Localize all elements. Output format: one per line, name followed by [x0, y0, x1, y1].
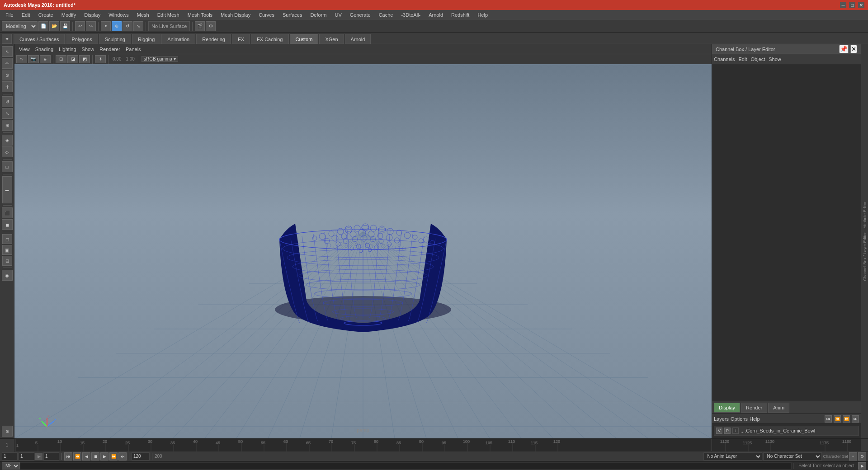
- vp-show-menu[interactable]: Show: [80, 47, 96, 52]
- vp-view-menu[interactable]: View: [17, 47, 32, 52]
- tab-rigging[interactable]: Rigging: [132, 34, 160, 44]
- script-run[interactable]: ▶: [858, 462, 866, 470]
- tab-display[interactable]: Display: [714, 403, 740, 413]
- box-tool[interactable]: □: [2, 161, 13, 172]
- rotate-tool[interactable]: ↺: [123, 21, 132, 31]
- menu-3dtool[interactable]: -3DtoAll-: [397, 11, 424, 19]
- no-live-surface-button[interactable]: No Live Surface: [148, 21, 190, 31]
- layer-item[interactable]: V P / ...:Corn_Seeds_in_Ceramic_Bowl: [714, 426, 859, 436]
- rotate-tool-left[interactable]: ↺: [2, 96, 13, 107]
- frame-current-field[interactable]: [19, 452, 34, 461]
- move-tool-left[interactable]: ✛: [2, 81, 13, 92]
- cb-object[interactable]: Object: [750, 56, 765, 62]
- menu-edit[interactable]: Edit: [18, 11, 34, 19]
- menu-windows[interactable]: Windows: [105, 11, 132, 19]
- tab-arnold[interactable]: Arnold: [345, 34, 371, 44]
- save-button[interactable]: 💾: [60, 21, 70, 31]
- scale-tool-left[interactable]: ⤡: [2, 108, 13, 119]
- layers-menu[interactable]: Layers: [714, 416, 729, 422]
- tab-custom[interactable]: Custom: [290, 34, 319, 44]
- cb-edit[interactable]: Edit: [738, 56, 747, 62]
- select-tool[interactable]: ✦: [101, 21, 111, 31]
- layer-playback[interactable]: P: [724, 428, 731, 434]
- vt-gamma[interactable]: sRGB gamma ▾: [142, 56, 178, 62]
- maximize-button[interactable]: □: [849, 2, 855, 8]
- vt-smooth[interactable]: ◪: [67, 55, 78, 63]
- lasso-tool[interactable]: ⊙: [2, 70, 13, 80]
- anim-layer-dropdown[interactable]: No Anim Layer: [703, 452, 762, 461]
- menu-mesh-tools[interactable]: Mesh Tools: [184, 11, 216, 19]
- extra1-btn[interactable]: ◻: [2, 234, 12, 244]
- close-button[interactable]: ✕: [858, 2, 864, 8]
- stop[interactable]: ⏹: [91, 452, 99, 461]
- scale-tool[interactable]: ⤡: [133, 21, 143, 31]
- tab-sculpting[interactable]: Sculpting: [99, 34, 131, 44]
- keyframe-btn[interactable]: ⬛: [2, 207, 13, 218]
- channel-box-close[interactable]: ✕: [850, 45, 857, 53]
- layer-visible[interactable]: V: [716, 428, 722, 434]
- layer-prev-key[interactable]: ⏮: [825, 415, 832, 423]
- open-button[interactable]: 📂: [49, 21, 59, 31]
- play-next-key[interactable]: ⏭: [118, 452, 127, 461]
- select-tool-left[interactable]: ↖: [2, 46, 13, 57]
- surface-tool[interactable]: ◇: [2, 146, 13, 157]
- layer-next-key[interactable]: ⏭: [852, 415, 859, 423]
- options-menu[interactable]: Options: [731, 416, 748, 422]
- vt-grid[interactable]: #: [40, 55, 51, 63]
- frame-start-field[interactable]: [2, 452, 18, 461]
- snap-maya[interactable]: ◉: [2, 270, 13, 281]
- 3d-viewport[interactable]: persp X Y Z: [14, 64, 712, 438]
- snap-tool[interactable]: ◈: [2, 135, 13, 146]
- character-set-dropdown[interactable]: No Character Set: [763, 452, 822, 461]
- menu-deform[interactable]: Deform: [307, 11, 330, 19]
- extra3-btn[interactable]: ⊟: [2, 256, 12, 266]
- script-type-selector[interactable]: MEL Python: [2, 462, 20, 470]
- tab-fx-caching[interactable]: FX Caching: [251, 34, 288, 44]
- play-back[interactable]: ◀: [82, 452, 90, 461]
- undo-button[interactable]: ↩: [75, 21, 85, 31]
- step-back[interactable]: ⏪: [73, 452, 81, 461]
- play-prev-key[interactable]: ⏮: [64, 452, 72, 461]
- playback-speed-field[interactable]: [43, 452, 59, 461]
- tab-render[interactable]: Render: [741, 403, 767, 413]
- workspace-icon[interactable]: ✦: [2, 34, 12, 44]
- cb-channels[interactable]: Channels: [714, 56, 735, 62]
- tab-anim[interactable]: Anim: [768, 403, 789, 413]
- vp-lighting-menu[interactable]: Lighting: [57, 47, 78, 52]
- menu-curves[interactable]: Curves: [255, 11, 278, 19]
- channel-box-pin[interactable]: 📌: [839, 45, 849, 53]
- tab-xgen[interactable]: XGen: [319, 34, 344, 44]
- menu-edit-mesh[interactable]: Edit Mesh: [154, 11, 183, 19]
- vt-textured[interactable]: ◩: [79, 55, 90, 63]
- menu-arnold[interactable]: Arnold: [425, 11, 447, 19]
- menu-help[interactable]: Help: [474, 11, 491, 19]
- char-set-settings[interactable]: ⚙: [858, 452, 866, 461]
- menu-mesh[interactable]: Mesh: [133, 11, 153, 19]
- menu-create[interactable]: Create: [35, 11, 57, 19]
- menu-uv[interactable]: UV: [331, 11, 345, 19]
- move-tool[interactable]: ⊕: [112, 21, 122, 31]
- script-input[interactable]: [20, 462, 792, 470]
- tab-curves-surfaces[interactable]: Curves / Surfaces: [14, 34, 65, 44]
- tab-rendering[interactable]: Rendering: [196, 34, 231, 44]
- layer-next[interactable]: ⏩: [843, 415, 850, 423]
- vt-wireframe[interactable]: ⊡: [56, 55, 66, 63]
- vt-select[interactable]: ↖: [16, 55, 27, 63]
- extra2-btn[interactable]: ▣: [2, 245, 12, 255]
- tab-polygons[interactable]: Polygons: [66, 34, 98, 44]
- channel-box-strip[interactable]: Channel Box / Layer Editor: [863, 232, 867, 281]
- bottom-icon[interactable]: ⊛: [2, 426, 13, 437]
- render-settings-btn[interactable]: ⚙: [206, 21, 216, 31]
- menu-redshift[interactable]: Redshift: [448, 11, 473, 19]
- tab-animation[interactable]: Animation: [161, 34, 195, 44]
- vp-renderer-menu[interactable]: Renderer: [98, 47, 122, 52]
- render-btn[interactable]: 🎬: [195, 21, 205, 31]
- minimize-button[interactable]: ─: [840, 2, 846, 8]
- timeline-ruler[interactable]: 1 5 10 15 20 25 30: [15, 439, 711, 451]
- track-btn[interactable]: ▬: [2, 176, 12, 203]
- vt-light[interactable]: ☀: [95, 55, 106, 63]
- timeline[interactable]: 1 1 5 10 15 20 25: [0, 438, 868, 451]
- vp-panels-menu[interactable]: Panels: [124, 47, 143, 52]
- cb-show[interactable]: Show: [769, 56, 781, 62]
- anim-end-field[interactable]: [132, 452, 150, 461]
